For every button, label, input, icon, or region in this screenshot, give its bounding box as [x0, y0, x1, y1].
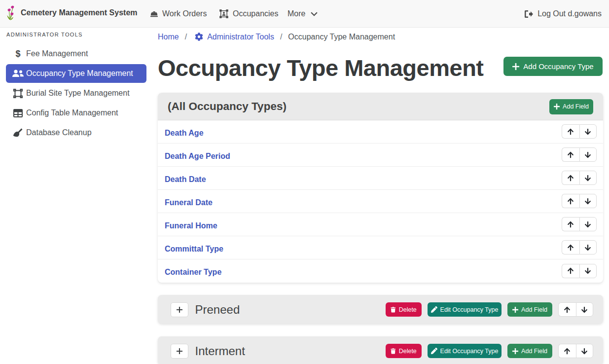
svg-text:$: $ — [15, 49, 20, 58]
